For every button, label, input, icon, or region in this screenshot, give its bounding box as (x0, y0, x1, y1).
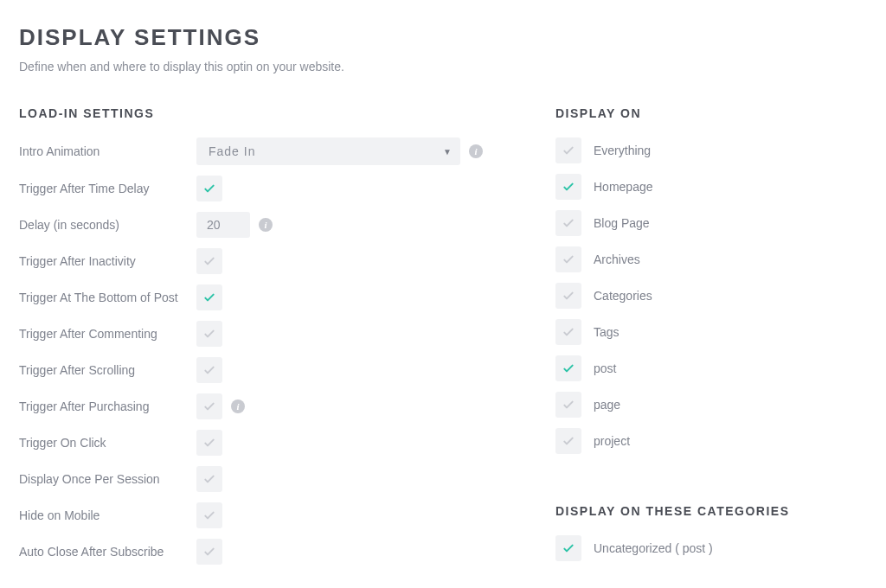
trigger-bottom-post-checkbox[interactable] (196, 284, 222, 310)
tags-label: Tags (594, 325, 620, 339)
page-checkbox[interactable] (555, 392, 581, 418)
post-label: post (594, 361, 616, 375)
trigger-inactivity-checkbox[interactable] (196, 248, 222, 274)
displayon-heading: DISPLAY ON (555, 106, 867, 120)
trigger-purchasing-checkbox[interactable] (196, 393, 222, 419)
delay-input[interactable] (196, 212, 250, 238)
loadin-heading: LOAD-IN SETTINGS (19, 106, 504, 120)
archives-checkbox[interactable] (555, 246, 581, 272)
intro-animation-label: Intro Animation (19, 144, 196, 158)
intro-animation-select[interactable]: Fade In (196, 137, 460, 165)
trigger-inactivity-label: Trigger After Inactivity (19, 254, 196, 268)
project-checkbox[interactable] (555, 428, 581, 454)
blog-page-checkbox[interactable] (555, 210, 581, 236)
everything-checkbox[interactable] (555, 137, 581, 163)
info-icon[interactable]: i (259, 218, 273, 232)
page-label: page (594, 398, 620, 412)
hide-on-mobile-label: Hide on Mobile (19, 508, 196, 522)
page-title: DISPLAY SETTINGS (19, 24, 867, 51)
categories-label: Categories (594, 289, 652, 303)
tags-checkbox[interactable] (555, 319, 581, 345)
homepage-checkbox[interactable] (555, 174, 581, 200)
trigger-commenting-checkbox[interactable] (196, 321, 222, 347)
trigger-time-delay-label: Trigger After Time Delay (19, 182, 196, 195)
page-subtitle: Define when and where to display this op… (19, 60, 867, 74)
blog-page-label: Blog Page (594, 216, 650, 230)
archives-label: Archives (594, 252, 640, 266)
hide-on-mobile-checkbox[interactable] (196, 502, 222, 528)
trigger-on-click-checkbox[interactable] (196, 430, 222, 456)
project-label: project (594, 434, 630, 448)
info-icon[interactable]: i (231, 399, 245, 413)
trigger-on-click-label: Trigger On Click (19, 436, 196, 450)
everything-label: Everything (594, 144, 651, 157)
auto-close-subscribe-label: Auto Close After Subscribe (19, 545, 196, 559)
homepage-label: Homepage (594, 180, 653, 194)
auto-close-subscribe-checkbox[interactable] (196, 539, 222, 565)
post-checkbox[interactable] (555, 355, 581, 381)
info-icon[interactable]: i (469, 144, 483, 158)
trigger-purchasing-label: Trigger After Purchasing (19, 399, 196, 413)
uncategorized-post-checkbox[interactable] (555, 535, 581, 561)
trigger-commenting-label: Trigger After Commenting (19, 327, 196, 341)
display-categories-heading: DISPLAY ON THESE CATEGORIES (555, 504, 867, 518)
trigger-scrolling-label: Trigger After Scrolling (19, 363, 196, 377)
display-once-session-label: Display Once Per Session (19, 472, 196, 486)
categories-checkbox[interactable] (555, 283, 581, 309)
trigger-time-delay-checkbox[interactable] (196, 176, 222, 201)
trigger-bottom-post-label: Trigger At The Bottom of Post (19, 291, 196, 304)
uncategorized-post-label: Uncategorized ( post ) (594, 541, 713, 555)
trigger-scrolling-checkbox[interactable] (196, 357, 222, 383)
delay-label: Delay (in seconds) (19, 218, 196, 232)
display-once-session-checkbox[interactable] (196, 466, 222, 492)
